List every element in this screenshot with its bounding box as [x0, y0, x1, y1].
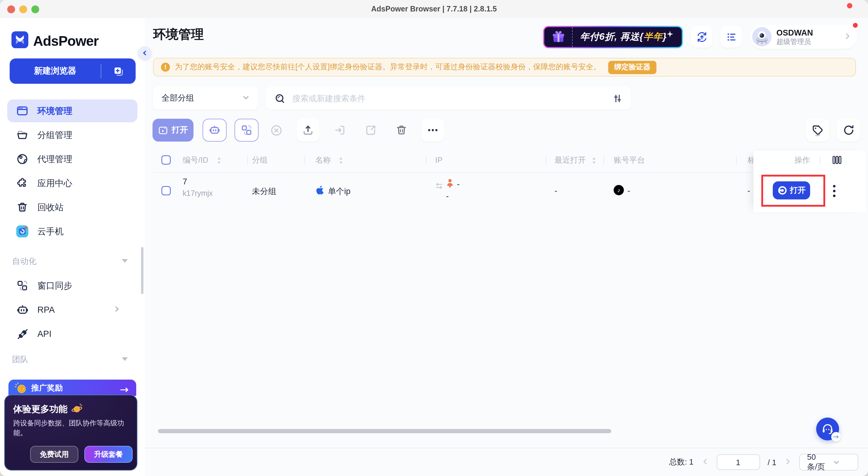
section-automation: 自动化	[12, 256, 36, 267]
sidebar-item-api[interactable]: API	[7, 322, 137, 345]
open-label: 打开	[172, 125, 188, 135]
row-tag: -	[747, 186, 750, 195]
open-selected-button[interactable]: 打开	[153, 119, 193, 141]
row-checkbox[interactable]	[161, 186, 170, 195]
col-header-actions[interactable]: 操作	[795, 152, 810, 169]
sort-icon[interactable]	[216, 156, 222, 167]
page-total-indicator: / 1	[768, 457, 776, 467]
divider	[603, 156, 604, 164]
brand-name: AdsPower	[33, 33, 98, 49]
next-page-button[interactable]	[784, 457, 792, 468]
main-area: 环境管理 年付6折, 再送{半年} OSDWAN	[145, 18, 868, 476]
col-header-id[interactable]: 编号/ID	[183, 152, 208, 169]
sidebar-item-label: 分组管理	[37, 129, 72, 141]
new-browser-button[interactable]: 新建浏览器	[10, 58, 135, 84]
sidebar-item-window-sync[interactable]: 窗口同步	[7, 274, 137, 297]
sidebar-item-rpa[interactable]: RPA	[7, 298, 137, 321]
col-header-platform[interactable]: 账号平台	[614, 152, 645, 169]
upload-icon	[302, 124, 314, 136]
user-role: 超级管理员	[776, 37, 844, 45]
col-header-tag[interactable]: 标签	[747, 152, 754, 169]
refresh-list-button[interactable]	[837, 119, 860, 141]
window-sync-button[interactable]	[235, 119, 258, 141]
open-browser-icon	[158, 125, 168, 135]
horizontal-scrollbar[interactable]	[158, 429, 611, 433]
column-settings-icon[interactable]	[832, 155, 842, 167]
col-header-ip[interactable]: IP	[435, 152, 443, 169]
collapse-section-icon[interactable]	[122, 357, 128, 361]
collapse-section-icon[interactable]	[122, 259, 128, 263]
share-button[interactable]	[359, 119, 382, 141]
import-button[interactable]	[329, 119, 351, 141]
promo-description: 跨设备同步数据、团队协作等高级功能。	[13, 418, 131, 438]
sidebar-item-apps[interactable]: 应用中心	[7, 172, 137, 195]
referral-banner[interactable]: 推广奖励	[8, 380, 136, 396]
sidebar-item-groups[interactable]: 分组管理	[7, 124, 137, 147]
sidebar-item-label: 窗口同步	[37, 280, 72, 291]
row-name: 单个ip	[328, 186, 350, 197]
page-number-input[interactable]	[716, 454, 760, 470]
group-filter-dropdown[interactable]: 全部分组	[153, 87, 258, 110]
batch-create-icon[interactable]	[101, 65, 135, 77]
prev-page-button[interactable]	[701, 457, 709, 468]
advanced-filter-icon[interactable]	[613, 93, 623, 103]
col-header-last-opened[interactable]: 最近打开	[555, 152, 586, 169]
delete-button[interactable]	[390, 119, 413, 141]
divider	[546, 156, 546, 164]
chevron-right-icon	[113, 304, 121, 315]
col-header-group[interactable]: 分组	[252, 152, 268, 169]
sidebar-item-trash[interactable]: 回收站	[7, 196, 137, 219]
task-list-button[interactable]	[720, 26, 742, 47]
page-title: 环境管理	[153, 26, 204, 43]
sort-icon[interactable]	[338, 156, 344, 167]
promo-title-row: 体验更多功能	[13, 403, 83, 416]
free-trial-button[interactable]: 免费试用	[30, 446, 79, 463]
search-input[interactable]	[291, 93, 613, 103]
divider	[736, 156, 737, 164]
chevron-down-icon	[242, 93, 250, 104]
sale-banner-text: 年付6折, 再送{半年}	[572, 30, 682, 43]
sidebar-scrollbar[interactable]	[141, 247, 144, 294]
rpa-task-button[interactable]	[203, 119, 227, 141]
customer-support-button[interactable]	[816, 418, 839, 440]
upgrade-promo-card: 体验更多功能 跨设备同步数据、团队协作等高级功能。 免费试用 升级套餐	[4, 395, 137, 471]
sidebar-item-label: API	[37, 329, 52, 339]
sidebar-item-proxies[interactable]: 代理管理	[7, 148, 137, 170]
annotation-highlight-box	[761, 175, 825, 207]
sidebar-item-cloud-phone[interactable]: 云手机	[7, 220, 137, 243]
security-notice-bar: ! 为了您的账号安全，建议您尽快前往[个人设置]绑定身份验证器。异常登录时，可通…	[153, 58, 856, 76]
notification-dot	[847, 3, 852, 8]
row-more-menu[interactable]	[833, 185, 835, 199]
swap-arrows-icon	[435, 181, 444, 192]
more-actions-button[interactable]	[421, 119, 444, 141]
user-account-card[interactable]: OSDWAN 超级管理员	[750, 25, 857, 49]
group-filter-value: 全部分组	[161, 93, 242, 104]
section-team: 团队	[12, 354, 28, 365]
tiktok-icon: ♪	[614, 185, 624, 195]
sort-icon[interactable]	[591, 156, 597, 167]
export-button[interactable]	[297, 119, 319, 141]
bind-authenticator-button[interactable]: 绑定验证器	[608, 61, 656, 74]
row-group: 未分组	[252, 186, 276, 197]
upgrade-plan-button[interactable]: 升级套餐	[84, 446, 133, 463]
location-person-icon	[446, 178, 454, 191]
notice-text: 为了您的账号安全，建议您尽快前往[个人设置]绑定身份验证器。异常登录时，可通过身…	[175, 62, 601, 72]
sale-banner[interactable]: 年付6折, 再送{半年}	[543, 26, 683, 48]
close-all-button[interactable]	[265, 119, 287, 141]
sidebar-item-environments[interactable]: 环境管理	[7, 99, 137, 122]
divider	[247, 156, 248, 164]
col-header-name[interactable]: 名称	[315, 152, 331, 169]
page-size-dropdown[interactable]: 50条/页	[799, 454, 858, 471]
window-title: AdsPower Browser | 7.7.18 | 2.8.1.5	[0, 0, 868, 18]
sidebar-item-label: 云手机	[37, 226, 64, 237]
window-sync-icon	[16, 280, 29, 292]
check-update-button[interactable]	[691, 26, 712, 47]
row-id: 7	[183, 177, 187, 186]
search-bar[interactable]	[266, 87, 631, 110]
select-all-checkbox[interactable]	[161, 155, 170, 164]
row-ip-secondary: -	[446, 192, 449, 201]
plug-icon	[16, 327, 29, 340]
sidebar-item-label: 环境管理	[37, 105, 72, 117]
collapse-sidebar-button[interactable]	[138, 46, 151, 60]
tag-manage-button[interactable]	[806, 119, 830, 141]
